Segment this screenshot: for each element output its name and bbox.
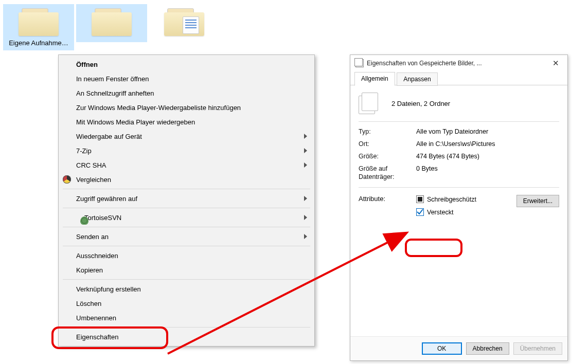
context-menu-item[interactable]: Zugriff gewähren auf [59,191,314,206]
properties-dialog: Eigenschaften von Gespeicherte Bilder, .… [350,54,568,361]
context-menu-item-label: Senden an [76,233,109,241]
tab-allgemein[interactable]: Allgemein [354,72,395,86]
value-type: Alle vom Typ Dateiordner [416,128,488,135]
context-menu-item[interactable]: Verknüpfung erstellen [59,282,314,296]
context-menu-item-label: 7-Zip [76,147,92,155]
context-menu-separator [63,246,310,246]
dialog-button-bar: OK Abbrechen Übernehmen [350,336,567,360]
context-menu-item[interactable]: Mit Windows Media Player wiedergeben [59,115,314,129]
dialog-body: 2 Dateien, 2 Ordner Typ:Alle vom Typ Dat… [350,85,567,336]
folder-icon [19,8,59,36]
label-size-on-disk: Größe auf Datenträger: [359,165,416,181]
folder-tile[interactable]: Eigene Aufnahme… [3,4,74,50]
chevron-right-icon [304,162,307,168]
checkbox-hidden[interactable]: Versteckt [416,208,516,216]
checkbox-box-icon [416,208,424,216]
value-size-on-disk: 0 Bytes [416,165,438,181]
chevron-right-icon [304,196,307,201]
context-menu-item-label: Eigenschaften [76,333,118,341]
summary-text: 2 Dateien, 2 Ordner [391,100,450,107]
folder-tile[interactable] [76,4,147,42]
context-menu-item[interactable]: Eigenschaften [59,330,314,344]
context-menu-item[interactable]: Ausschneiden [59,248,314,263]
context-menu-item-label: CRC SHA [76,161,106,169]
context-menu-separator [63,227,310,227]
context-menu-item-label: Ausschneiden [76,252,118,260]
context-menu-item[interactable]: In neuem Fenster öffnen [59,71,314,86]
apply-button[interactable]: Übernehmen [513,342,562,355]
cancel-button[interactable]: Abbrechen [466,342,509,355]
compare-icon [63,175,71,184]
checkbox-box-icon [416,195,424,203]
context-menu-separator [63,208,310,208]
chevron-right-icon [304,234,307,239]
context-menu-item[interactable]: Wiedergabe auf Gerät [59,129,314,143]
close-icon[interactable]: ✕ [547,58,564,69]
dialog-title: Eigenschaften von Gespeicherte Bilder, .… [367,60,547,67]
context-menu-item-label: Wiedergabe auf Gerät [76,133,142,140]
context-menu-item-label: Löschen [76,300,101,307]
context-menu-item[interactable]: Öffnen [59,57,314,71]
dialog-titlebar[interactable]: Eigenschaften von Gespeicherte Bilder, .… [350,55,567,71]
context-menu-item-label: TortoiseSVN [84,214,121,222]
context-menu-item-label: Mit Windows Media Player wiedergeben [76,118,195,126]
folder-icon [164,8,204,36]
checkbox-hidden-label: Versteckt [427,209,453,216]
chevron-right-icon [304,134,307,139]
context-menu-item[interactable]: Umbenennen [59,311,314,325]
advanced-button[interactable]: Erweitert... [516,195,559,207]
tab-anpassen[interactable]: Anpassen [397,72,437,86]
checkbox-readonly[interactable]: Schreibgeschützt [416,195,516,203]
multi-file-icon [355,59,364,67]
context-menu-item-label: In neuem Fenster öffnen [76,75,149,83]
label-type: Typ: [359,128,416,135]
context-menu-item-label: Kopieren [76,266,103,274]
context-menu-item[interactable]: Löschen [59,296,314,311]
ok-button[interactable]: OK [422,342,462,355]
label-size: Größe: [359,153,416,160]
context-menu-item-label: Verknüpfung erstellen [76,285,141,293]
dialog-tabs: Allgemein Anpassen [350,71,567,85]
context-menu-item[interactable]: Vergleichen [59,172,314,187]
label-location: Ort: [359,140,416,148]
context-menu-separator [63,279,310,280]
multi-document-icon [359,93,380,114]
context-menu: ÖffnenIn neuem Fenster öffnenAn Schnellz… [58,54,315,347]
folder-icon [92,8,132,36]
folder-tile[interactable] [149,4,220,42]
context-menu-item[interactable]: TortoiseSVN [59,210,314,225]
checkbox-readonly-label: Schreibgeschützt [427,196,476,203]
chevron-right-icon [304,148,307,153]
value-size: 474 Bytes (474 Bytes) [416,153,479,160]
context-menu-item-label: Öffnen [76,61,98,68]
context-menu-item-label: Umbenennen [76,314,116,322]
context-menu-item-label: Zugriff gewähren auf [76,195,137,203]
context-menu-item[interactable]: CRC SHA [59,158,314,172]
explorer-area: Eigene Aufnahme… [0,0,315,54]
folder-label: Eigene Aufnahme… [5,39,72,47]
context-menu-separator [63,327,310,327]
chevron-right-icon [304,215,307,220]
label-attributes: Attribute: [359,195,416,203]
context-menu-item[interactable]: 7-Zip [59,143,314,158]
context-menu-item-label: An Schnellzugriff anheften [76,89,154,97]
context-menu-item-label: Zur Windows Media Player-Wiedergabeliste… [76,104,241,112]
context-menu-item-label: Vergleichen [76,176,111,184]
context-menu-item[interactable]: Senden an [59,229,314,244]
context-menu-item[interactable]: Zur Windows Media Player-Wiedergabeliste… [59,100,314,115]
context-menu-separator [63,189,310,189]
value-location: Alle in C:\Users\ws\Pictures [416,140,495,148]
tortoise-icon [80,216,88,225]
annotation-ring-hidden [405,239,462,257]
context-menu-item[interactable]: An Schnellzugriff anheften [59,86,314,100]
context-menu-item[interactable]: Kopieren [59,263,314,277]
